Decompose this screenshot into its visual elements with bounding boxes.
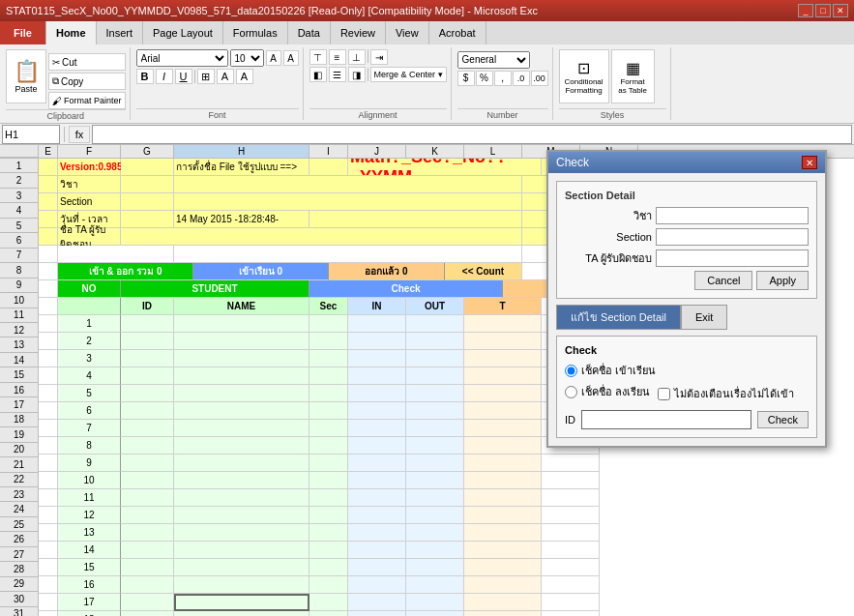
cell-F21[interactable]: 12 [58, 507, 121, 524]
row-header-16[interactable]: 16 [0, 383, 39, 397]
cell-G1[interactable] [121, 159, 174, 176]
bold-btn[interactable]: B [136, 69, 154, 84]
cell-K12[interactable] [406, 350, 464, 367]
cell-E21[interactable] [39, 507, 58, 524]
cell-J24[interactable] [348, 559, 406, 576]
percent-btn[interactable]: % [476, 71, 493, 86]
cell-I1[interactable] [309, 159, 348, 176]
function-button[interactable]: fx [69, 126, 90, 143]
merge-center-btn[interactable]: Merge & Center ▾ [370, 67, 447, 82]
cell-I24[interactable] [309, 559, 348, 576]
col-header-H[interactable]: H [174, 145, 309, 158]
cell-L12[interactable] [464, 350, 542, 367]
cell-L25[interactable] [464, 576, 542, 594]
cell-J17[interactable] [348, 437, 406, 455]
cell-N27[interactable] [542, 611, 600, 616]
col-header-E[interactable]: E [39, 145, 58, 158]
tab-view[interactable]: View [386, 21, 429, 44]
conditional-formatting-btn[interactable]: ⊡ ConditionalFormatting [559, 49, 609, 103]
cell-E5[interactable] [39, 228, 58, 246]
cell-H11[interactable] [174, 333, 309, 350]
cell-H4[interactable]: 14 May 2015 -18:28:48- [174, 211, 309, 228]
cell-J9[interactable]: IN [348, 298, 406, 315]
cell-G23[interactable] [121, 542, 174, 559]
cell-H2[interactable] [174, 176, 522, 193]
cell-L17[interactable] [464, 437, 542, 455]
paste-button[interactable]: 📋 Paste [6, 49, 46, 103]
cell-I25[interactable] [309, 576, 348, 594]
cell-G20[interactable] [121, 489, 174, 507]
cell-H15[interactable] [174, 402, 309, 420]
cell-K14[interactable] [406, 385, 464, 402]
row-header-24[interactable]: 24 [0, 502, 39, 516]
tab-file[interactable]: File [0, 21, 46, 44]
cell-H22[interactable] [174, 524, 309, 542]
row-header-20[interactable]: 20 [0, 443, 39, 457]
number-format-select[interactable]: General [457, 51, 530, 69]
cell-L24[interactable] [464, 559, 542, 576]
align-left-btn[interactable]: ◧ [309, 67, 327, 82]
cell-J21[interactable] [348, 507, 406, 524]
wrap-text-btn[interactable]: ⇥ [370, 49, 388, 65]
cell-G27[interactable] [121, 611, 174, 616]
cell-E26[interactable] [39, 594, 58, 611]
no-warn-checkbox[interactable] [658, 388, 670, 400]
row-header-28[interactable]: 28 [0, 562, 39, 576]
minimize-btn[interactable]: _ [798, 4, 813, 17]
cell-G13[interactable] [121, 367, 174, 385]
cancel-button[interactable]: Cancel [694, 271, 752, 290]
cell-I17[interactable] [309, 437, 348, 455]
row-header-9[interactable]: 9 [0, 279, 39, 293]
apply-button[interactable]: Apply [756, 271, 809, 290]
cell-K24[interactable] [406, 559, 464, 576]
cell-E16[interactable] [39, 420, 58, 437]
cell-H3[interactable] [174, 193, 522, 211]
row-header-18[interactable]: 18 [0, 413, 39, 427]
tab-home[interactable]: Home [46, 21, 97, 44]
row-header-7[interactable]: 7 [0, 249, 39, 263]
dialog-close-button[interactable]: ✕ [802, 156, 817, 169]
cell-I26[interactable] [309, 594, 348, 611]
tab-data[interactable]: Data [288, 21, 331, 44]
cell-I10[interactable] [309, 315, 348, 333]
cell-E6[interactable] [39, 246, 58, 263]
wicha-input[interactable] [656, 207, 809, 224]
cell-H21[interactable] [174, 507, 309, 524]
col-header-F[interactable]: F [58, 145, 121, 158]
cell-I22[interactable] [309, 524, 348, 542]
cell-J11[interactable] [348, 333, 406, 350]
cell-H9[interactable]: NAME [174, 298, 309, 315]
cell-L22[interactable] [464, 524, 542, 542]
cell-H14[interactable] [174, 385, 309, 402]
row-header-21[interactable]: 21 [0, 457, 39, 472]
cell-L15[interactable] [464, 402, 542, 420]
row-header-1[interactable]: 1 [0, 159, 39, 173]
cell-J26[interactable] [348, 594, 406, 611]
maximize-btn[interactable]: □ [815, 4, 831, 17]
cell-K26[interactable] [406, 594, 464, 611]
cell-F3[interactable]: Section [58, 193, 121, 211]
row-header-13[interactable]: 13 [0, 337, 39, 352]
cell-J19[interactable] [348, 472, 406, 489]
cell-E20[interactable] [39, 489, 58, 507]
cell-E24[interactable] [39, 559, 58, 576]
cell-L19[interactable] [464, 472, 542, 489]
cell-F16[interactable]: 7 [58, 420, 121, 437]
underline-btn[interactable]: U [175, 69, 192, 84]
cell-K20[interactable] [406, 489, 464, 507]
cell-K18[interactable] [406, 455, 464, 472]
cell-F9[interactable] [58, 298, 121, 315]
cell-I16[interactable] [309, 420, 348, 437]
cell-K7-merged[interactable]: ออกแล้ว 0 [329, 263, 445, 280]
cell-F11[interactable]: 2 [58, 333, 121, 350]
cell-L23[interactable] [464, 542, 542, 559]
cell-E10[interactable] [39, 315, 58, 333]
cell-K15[interactable] [406, 402, 464, 420]
cell-G8-merged[interactable]: STUDENT [121, 280, 309, 298]
font-name-select[interactable]: Arial [136, 49, 228, 67]
name-box[interactable] [2, 125, 60, 144]
cell-E2[interactable] [39, 176, 58, 193]
cell-J16[interactable] [348, 420, 406, 437]
format-table-btn[interactable]: ▦ Formatas Table [611, 49, 655, 103]
col-header-L[interactable]: L [464, 145, 522, 158]
